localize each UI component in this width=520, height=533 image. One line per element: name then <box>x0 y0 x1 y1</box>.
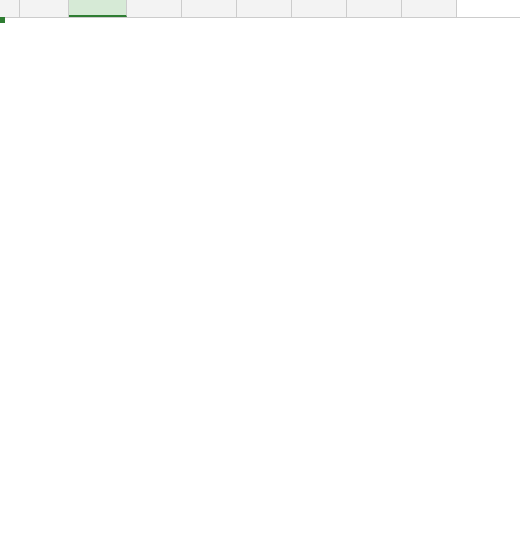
col-header-c[interactable] <box>127 0 182 17</box>
col-header-d[interactable] <box>182 0 237 17</box>
col-header-f[interactable] <box>292 0 347 17</box>
col-header-g[interactable] <box>347 0 402 17</box>
column-headers <box>0 0 520 18</box>
col-header-b[interactable] <box>69 0 127 17</box>
spreadsheet <box>0 0 520 533</box>
select-all-corner[interactable] <box>0 0 20 17</box>
col-header-h[interactable] <box>402 0 457 17</box>
selection-box <box>0 18 4 22</box>
col-header-a[interactable] <box>20 0 69 17</box>
col-header-e[interactable] <box>237 0 292 17</box>
